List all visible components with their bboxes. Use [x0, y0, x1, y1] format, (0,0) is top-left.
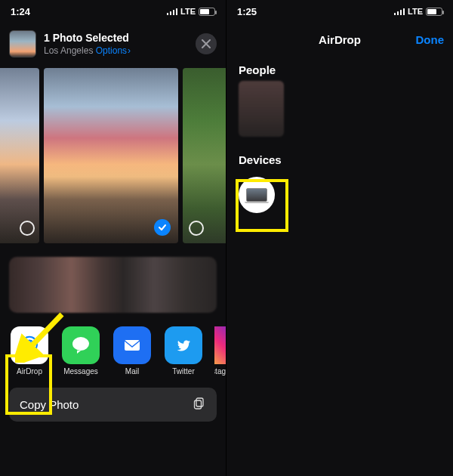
- section-devices: Devices: [226, 137, 453, 171]
- svg-point-1: [72, 337, 89, 351]
- status-network: LTE: [180, 7, 196, 16]
- photo-item[interactable]: [0, 68, 39, 243]
- device-avatar: [239, 177, 275, 213]
- signal-icon: [394, 8, 405, 15]
- app-label: Twitter: [172, 367, 194, 376]
- svg-rect-2: [125, 340, 140, 351]
- airdrop-icon: [11, 326, 48, 364]
- chevron-right-icon: ›: [128, 45, 131, 56]
- circle-unchecked-icon: [20, 221, 35, 236]
- app-twitter[interactable]: Twitter: [163, 326, 204, 376]
- copy-icon: [193, 397, 206, 413]
- messages-icon: [62, 326, 100, 364]
- nav-bar: AirDrop Done: [226, 23, 453, 56]
- done-button[interactable]: Done: [416, 33, 445, 46]
- status-time: 1:24: [11, 6, 30, 17]
- instagram-icon: [214, 326, 226, 364]
- share-sheet-header: 1 Photo Selected Los Angeles Options›: [0, 23, 226, 65]
- app-instagram[interactable]: Instagram: [214, 326, 226, 376]
- battery-icon: [199, 8, 215, 16]
- circle-unchecked-icon: [189, 221, 204, 236]
- airdrop-device[interactable]: [239, 177, 281, 213]
- action-label: Copy Photo: [20, 398, 79, 411]
- nav-title: AirDrop: [319, 33, 361, 46]
- photo-selector[interactable]: [0, 68, 226, 243]
- photo-item[interactable]: [183, 68, 226, 243]
- status-time: 1:25: [237, 6, 257, 17]
- app-airdrop[interactable]: AirDrop: [9, 326, 50, 376]
- options-link[interactable]: Options›: [96, 45, 131, 56]
- mail-icon: [113, 326, 151, 364]
- svg-point-0: [27, 342, 32, 347]
- status-bar: 1:25 LTE: [226, 0, 453, 23]
- status-bar: 1:24 LTE: [0, 0, 226, 23]
- selection-location: Los Angeles: [44, 45, 93, 56]
- share-sheet-screen: 1:24 LTE 1 Photo Selected Los Angeles Op…: [0, 0, 226, 476]
- close-button[interactable]: [196, 33, 217, 54]
- share-apps-row[interactable]: AirDrop Messages Mail Twitter: [0, 313, 226, 380]
- selection-count: 1 Photo Selected: [44, 32, 188, 44]
- app-label: AirDrop: [17, 367, 42, 376]
- battery-icon: [426, 8, 442, 16]
- airdrop-screen: 1:25 LTE AirDrop Done People Devices: [226, 0, 453, 476]
- macbook-icon: [246, 188, 267, 202]
- app-messages[interactable]: Messages: [60, 326, 101, 376]
- action-copy-photo[interactable]: Copy Photo: [9, 388, 217, 422]
- app-mail[interactable]: Mail: [112, 326, 153, 376]
- svg-rect-4: [195, 400, 202, 409]
- close-icon: [202, 39, 211, 48]
- app-label: Messages: [63, 367, 98, 376]
- status-network: LTE: [408, 7, 423, 16]
- app-label: Instagram: [214, 367, 226, 376]
- twitter-icon: [165, 326, 202, 364]
- airdrop-person[interactable]: [239, 81, 284, 137]
- section-people: People: [226, 56, 453, 81]
- svg-rect-3: [196, 398, 203, 406]
- app-label: Mail: [125, 367, 139, 376]
- checkmark-icon: [154, 219, 171, 236]
- signal-icon: [167, 8, 178, 15]
- photo-item-selected[interactable]: [44, 68, 178, 243]
- contact-suggestions[interactable]: [9, 257, 217, 313]
- selected-thumbnail: [9, 30, 36, 57]
